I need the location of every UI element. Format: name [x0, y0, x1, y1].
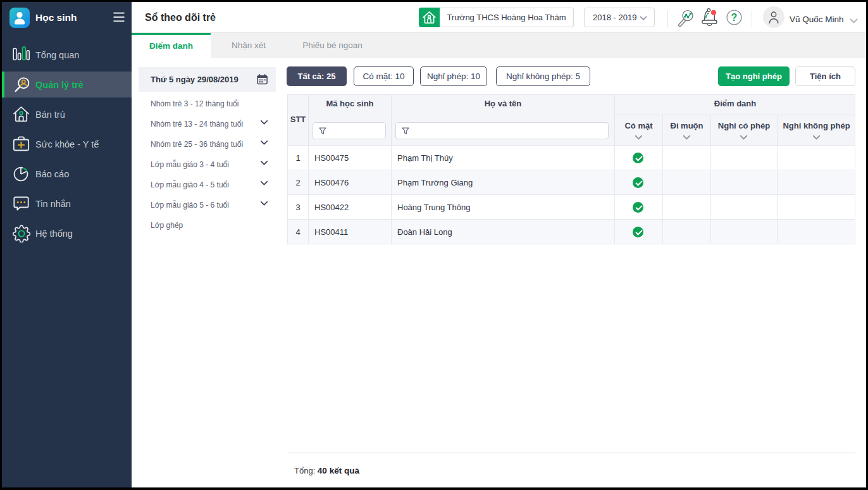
svg-text:?: ? [731, 12, 738, 23]
